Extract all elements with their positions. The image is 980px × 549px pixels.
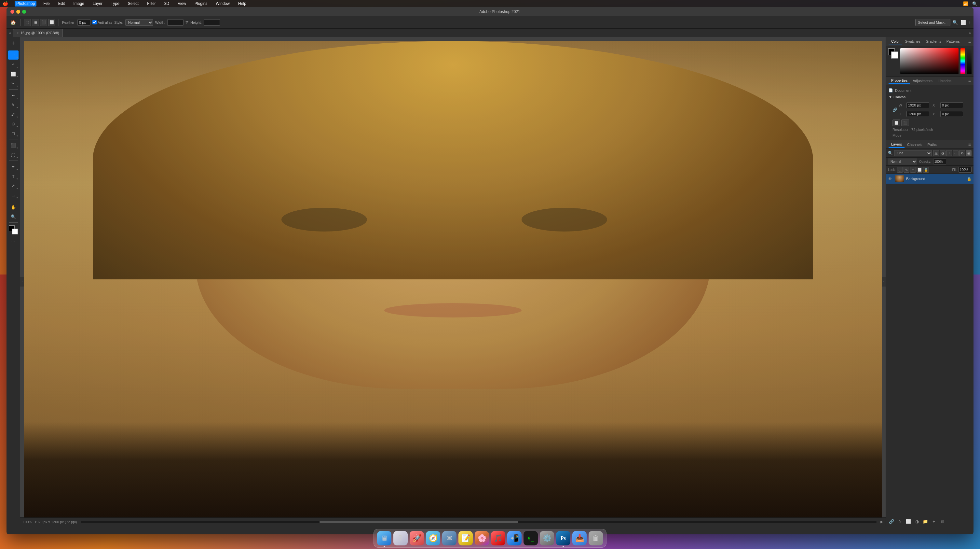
app-name-menu[interactable]: Photoshop — [14, 1, 37, 6]
style-select[interactable]: Normal Fixed Ratio Fixed Size — [125, 19, 153, 26]
brush-btn[interactable]: 🖌▾ — [8, 110, 19, 119]
width-label: Width: — [155, 21, 165, 24]
3d-menu[interactable]: 3D — [163, 1, 171, 6]
style-label: Style: — [114, 21, 123, 24]
eyedropper-btn[interactable]: ✒▾ — [8, 91, 19, 100]
top-toolbar: 🏠 ⬚ ◼ ⬛ ⬜ Feather: Anti-alias Style: Nor… — [6, 16, 490, 29]
marquee-tool-options: ⬚ ◼ ⬛ ⬜ — [24, 19, 55, 26]
zoom-btn[interactable]: 🔍 — [8, 212, 19, 221]
more-tools-btn[interactable]: … — [8, 236, 19, 245]
maximize-button[interactable] — [22, 10, 26, 14]
layer-menu[interactable]: Layer — [91, 1, 104, 6]
eraser-btn[interactable]: ◻▾ — [8, 129, 19, 138]
window-title: Adobe Photoshop 2021 — [30, 10, 490, 14]
gradient-btn[interactable]: ⬛▾ — [8, 140, 19, 150]
window-menu[interactable]: Window — [214, 1, 231, 6]
titlebar: Adobe Photoshop 2021 — [6, 7, 490, 16]
antialias-checkbox[interactable] — [92, 20, 97, 24]
height-input[interactable] — [204, 19, 220, 26]
close-button[interactable] — [10, 10, 14, 14]
main-content: ✛ ⬚▾ ⌖▾ ⬜▾ ✂▾ ✒▾ ✎▾ 🖌▾ — [6, 37, 490, 274]
collapse-left-icon[interactable]: « — [9, 31, 11, 35]
feather-input[interactable] — [78, 19, 91, 26]
select-menu[interactable]: Select — [126, 1, 140, 6]
move-tool-btn[interactable]: ✛ — [8, 38, 19, 48]
lasso-tool-btn[interactable]: ⌖▾ — [8, 60, 19, 69]
heal-btn[interactable]: ✎▾ — [8, 100, 19, 109]
dodge-btn[interactable]: ◯▾ — [8, 150, 19, 159]
pen-btn[interactable]: ✒▾ — [8, 162, 19, 171]
ps-window: Adobe Photoshop 2021 🏠 ⬚ ◼ ⬛ ⬜ Feather: … — [6, 7, 490, 274]
minimize-button[interactable] — [16, 10, 20, 14]
home-button[interactable]: 🏠 — [9, 19, 17, 26]
width-input[interactable] — [167, 19, 183, 26]
tab-name: 15.jpg @ 100% (RGB/8) — [21, 31, 59, 35]
tools-panel: ✛ ⬚▾ ⌖▾ ⬜▾ ✂▾ ✒▾ ✎▾ 🖌▾ — [6, 37, 20, 274]
image-tab[interactable]: × 15.jpg @ 100% (RGB/8) — [13, 29, 63, 37]
file-menu[interactable]: File — [41, 1, 51, 6]
image-menu[interactable]: Image — [72, 1, 86, 6]
fg-bg-colors — [8, 225, 19, 235]
menubar: 🍎 Photoshop File Edit Image Layer Type S… — [0, 0, 490, 7]
tab-close-btn[interactable]: × — [17, 31, 19, 35]
tool-opt2[interactable]: ◼ — [32, 19, 39, 26]
feather-label: Feather: — [62, 21, 75, 24]
tool-opt3[interactable]: ⬛ — [40, 19, 47, 26]
path-sel-btn[interactable]: ↗▾ — [8, 181, 19, 190]
tab-bar: « × 15.jpg @ 100% (RGB/8) » — [6, 29, 490, 37]
background-color[interactable] — [12, 228, 18, 235]
help-menu[interactable]: Help — [237, 1, 248, 6]
apple-menu[interactable]: 🍎 — [3, 1, 8, 6]
portrait-image — [24, 41, 490, 274]
edit-menu[interactable]: Edit — [57, 1, 67, 6]
antialias-wrap: Anti-alias — [92, 20, 112, 24]
type-menu[interactable]: Type — [109, 1, 121, 6]
height-label: Height: — [190, 21, 202, 24]
filter-menu[interactable]: Filter — [145, 1, 158, 6]
type-btn[interactable]: T▾ — [8, 172, 19, 181]
plugins-menu[interactable]: Plugins — [193, 1, 209, 6]
traffic-lights — [10, 10, 26, 14]
shape-btn[interactable]: ▭▾ — [8, 190, 19, 199]
object-sel-btn[interactable]: ⬜▾ — [8, 69, 19, 78]
view-menu[interactable]: View — [176, 1, 188, 6]
marquee-tool-btn[interactable]: ⬚▾ — [8, 51, 19, 60]
tool-opt4[interactable]: ⬜ — [48, 19, 55, 26]
canvas — [24, 41, 490, 274]
antialias-label: Anti-alias — [98, 21, 112, 24]
rect-marquee-btn[interactable]: ⬚ — [24, 19, 31, 26]
clone-btn[interactable]: ⊕▾ — [8, 119, 19, 128]
crop-btn[interactable]: ✂▾ — [8, 79, 19, 88]
swap-icon[interactable]: ⇄ — [185, 20, 188, 24]
canvas-area[interactable]: ‹ › — [20, 37, 490, 274]
hand-btn[interactable]: ✋ — [8, 203, 19, 212]
